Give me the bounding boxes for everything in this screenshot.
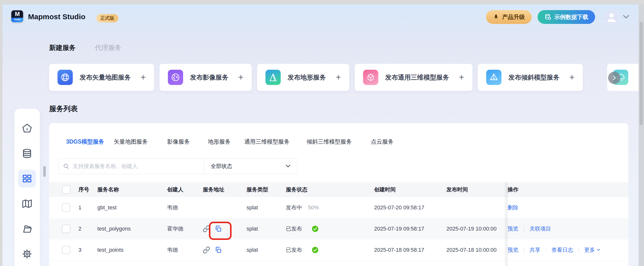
product-upgrade-button[interactable]: 产品升级 bbox=[486, 10, 532, 24]
header-service-name: 服务名称 bbox=[97, 186, 119, 193]
header-publish-time: 发布时间 bbox=[446, 186, 468, 193]
preview-action[interactable]: 预览 bbox=[508, 246, 518, 254]
cube-3d-icon bbox=[363, 70, 378, 85]
status-text: 已发布 bbox=[286, 225, 302, 232]
card-publish-oblique-model[interactable]: 发布倾斜模型服务 + bbox=[478, 64, 583, 91]
header-service-status: 服务状态 bbox=[286, 186, 308, 193]
card-label: 发布地形服务 bbox=[288, 73, 326, 82]
status-filter-select[interactable]: 全部状态 bbox=[204, 158, 298, 174]
success-check-icon bbox=[312, 246, 318, 253]
card-publish-imagery[interactable]: 发布影像服务 + bbox=[160, 64, 252, 91]
row-checkbox[interactable] bbox=[62, 225, 70, 233]
content-scrollbar-thumb[interactable] bbox=[43, 166, 46, 177]
service-name: test_points bbox=[97, 247, 124, 253]
creator: 韦德 bbox=[167, 246, 178, 254]
sample-data-download-label: 示例数据下载 bbox=[554, 13, 588, 21]
sidebar-item-settings[interactable] bbox=[18, 245, 36, 263]
table-row: 1 gbt_test 韦德 splat 发布中 50% 2025-07-20 0… bbox=[49, 197, 628, 218]
success-check-icon bbox=[312, 225, 318, 232]
version-badge: 正式版 bbox=[96, 14, 118, 22]
plus-icon[interactable]: + bbox=[140, 73, 146, 82]
card-publish-vector-map[interactable]: 发布矢量地图服务 + bbox=[49, 64, 154, 91]
row-checkbox[interactable] bbox=[62, 246, 70, 254]
tab-imagery-service[interactable]: 影像服务 bbox=[167, 138, 190, 146]
service-type: splat bbox=[246, 226, 258, 232]
sidebar-item-maps[interactable] bbox=[18, 195, 36, 213]
sidebar bbox=[14, 109, 40, 266]
page-title: Mapmost Studio bbox=[28, 13, 85, 21]
table-row: 3 test_points 韦德 splat 已发布 bbox=[49, 239, 628, 261]
created-time: 2025-07-19 09:58:17 bbox=[374, 226, 424, 232]
sidebar-item-home[interactable] bbox=[18, 119, 36, 137]
tab-3dgs-model-service[interactable]: 3DGS模型服务 bbox=[66, 138, 104, 146]
delete-action[interactable]: 删除 bbox=[508, 204, 518, 211]
user-avatar[interactable] bbox=[605, 10, 618, 24]
service-name: gbt_test bbox=[97, 204, 116, 211]
more-action-label: 更多 bbox=[584, 246, 595, 254]
settings-gear-icon bbox=[22, 248, 32, 259]
header-actions: 操作 bbox=[508, 186, 518, 193]
view-logs-action[interactable]: 查看日志 bbox=[552, 246, 573, 254]
divider bbox=[578, 247, 579, 253]
card-label: 发布倾斜模型服务 bbox=[508, 73, 560, 82]
copy-icon[interactable] bbox=[214, 246, 222, 254]
search-input[interactable] bbox=[72, 163, 202, 170]
tab-point-cloud-service[interactable]: 点云服务 bbox=[371, 138, 394, 146]
status-text: 发布中 bbox=[286, 204, 302, 211]
plus-icon[interactable]: + bbox=[459, 73, 464, 82]
more-action[interactable]: 更多 bbox=[584, 246, 600, 254]
row-index: 1 bbox=[78, 204, 81, 211]
chevron-down-icon bbox=[596, 248, 600, 251]
service-type: splat bbox=[246, 204, 258, 211]
creator: 霍华德 bbox=[167, 225, 183, 232]
select-all-checkbox[interactable] bbox=[62, 185, 70, 194]
divider bbox=[546, 247, 546, 253]
created-time: 2025-07-18 09:58:17 bbox=[374, 247, 424, 253]
tab-oblique-3d-model-service[interactable]: 倾斜三维模型服务 bbox=[306, 138, 352, 146]
tab-new-service[interactable]: 新建服务 bbox=[49, 43, 76, 52]
sample-data-download-button[interactable]: 示例数据下载 bbox=[538, 10, 595, 24]
card-publish-terrain[interactable]: 发布地形服务 + bbox=[257, 64, 349, 91]
service-list-card: 3DGS模型服务 矢量地图服务 影像服务 地形服务 通用三维模型服务 倾斜三维模… bbox=[49, 123, 628, 266]
database-icon bbox=[22, 148, 32, 159]
card-publish-generic-3d-model[interactable]: 发布通用三维模型服务 + bbox=[355, 64, 472, 91]
tab-vector-map-service[interactable]: 矢量地图服务 bbox=[114, 138, 148, 146]
earth-imagery-icon bbox=[168, 70, 183, 85]
header-created-time: 创建时间 bbox=[374, 186, 396, 193]
row-checkbox[interactable] bbox=[62, 203, 70, 212]
app-window: M Studio Mapmost Studio 正式版 产品升级 示例数据下载 bbox=[2, 5, 638, 266]
tab-terrain-service[interactable]: 地形服务 bbox=[208, 138, 230, 146]
tab-proxy-service[interactable]: 代理服务 bbox=[95, 43, 122, 52]
header-index: 序号 bbox=[78, 186, 89, 193]
plus-icon[interactable]: + bbox=[336, 73, 341, 82]
link-icon[interactable] bbox=[203, 246, 210, 254]
sidebar-item-files[interactable] bbox=[18, 220, 36, 238]
sidebar-item-services[interactable] bbox=[18, 170, 36, 187]
apps-grid-icon bbox=[22, 173, 32, 184]
tab-generic-3d-model-service[interactable]: 通用三维模型服务 bbox=[244, 138, 290, 146]
header-creator: 创建人 bbox=[167, 186, 183, 193]
plus-icon[interactable]: + bbox=[569, 73, 574, 82]
status-text: 已发布 bbox=[286, 246, 302, 254]
account-chevron-down-icon[interactable] bbox=[622, 14, 630, 19]
plus-icon[interactable]: + bbox=[238, 73, 243, 82]
search-icon bbox=[63, 163, 69, 170]
window-scrollbar[interactable] bbox=[638, 5, 644, 266]
carousel-next-button[interactable] bbox=[608, 72, 620, 84]
card-label: 发布影像服务 bbox=[190, 73, 228, 82]
window-scrollbar-thumb[interactable] bbox=[640, 22, 643, 125]
rocket-icon bbox=[493, 14, 499, 20]
link-project-action[interactable]: 关联项目 bbox=[530, 225, 551, 232]
preview-action[interactable]: 预览 bbox=[508, 225, 518, 232]
product-upgrade-label: 产品升级 bbox=[502, 13, 525, 21]
share-action[interactable]: 共享 bbox=[530, 246, 540, 254]
service-name: test_polygons bbox=[97, 226, 131, 232]
header-service-type: 服务类型 bbox=[246, 186, 268, 193]
divider bbox=[524, 226, 524, 232]
home-icon bbox=[22, 123, 32, 134]
publish-time: 2025-07-19 10:00:00 bbox=[446, 226, 496, 232]
folder-icon bbox=[22, 223, 32, 234]
search-box bbox=[58, 158, 207, 174]
sidebar-item-data[interactable] bbox=[18, 145, 36, 162]
status-filter-value: 全部状态 bbox=[211, 163, 232, 170]
